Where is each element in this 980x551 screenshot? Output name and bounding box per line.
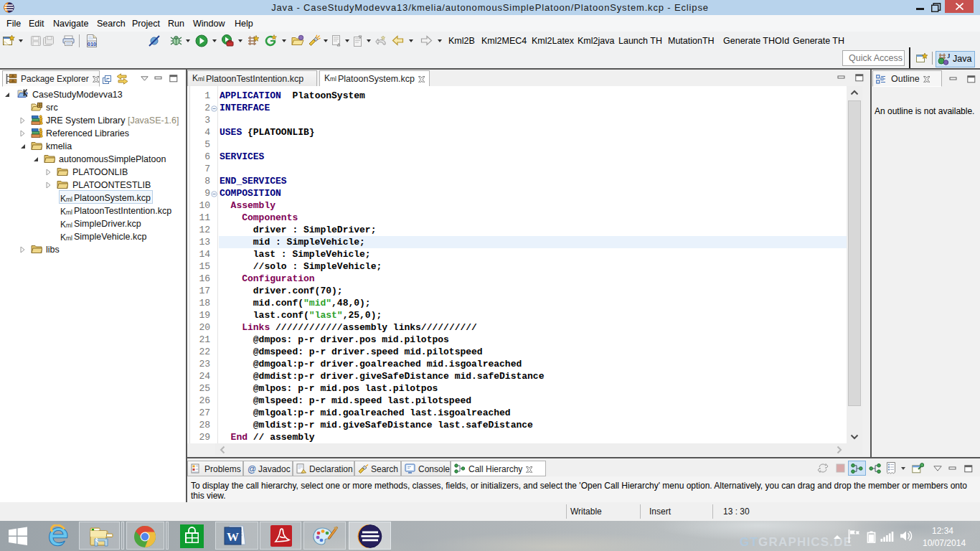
svg-text:J: J bbox=[947, 52, 950, 60]
svg-text:010: 010 bbox=[88, 41, 97, 47]
svg-text:W: W bbox=[227, 530, 239, 544]
